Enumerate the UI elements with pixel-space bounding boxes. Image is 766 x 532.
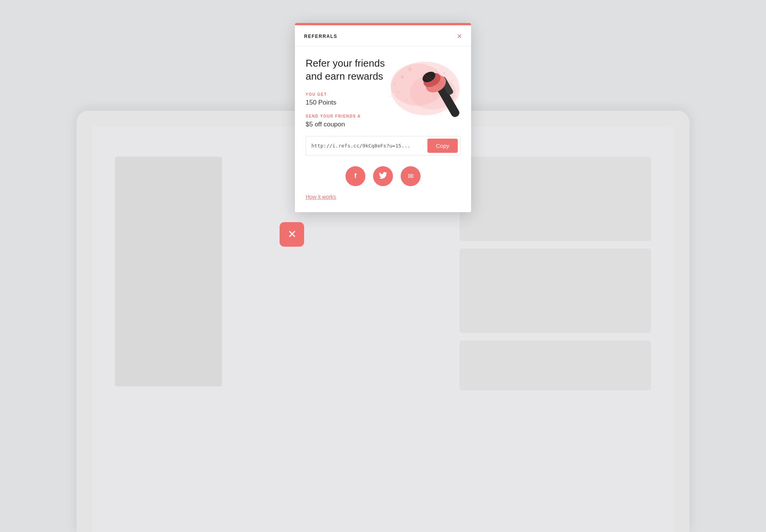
modal-body: Refer your friends and earn rewards YOU …: [295, 46, 471, 212]
twitter-icon: [379, 172, 387, 180]
svg-point-9: [405, 99, 407, 101]
close-button[interactable]: ×: [457, 32, 462, 41]
svg-point-6: [397, 91, 399, 93]
twitter-share-button[interactable]: [373, 166, 393, 186]
referral-url: http://i.refs.cc/9kCq8eFs?u=15...: [311, 143, 424, 149]
svg-point-7: [443, 72, 445, 74]
svg-point-10: [390, 95, 391, 97]
referrals-modal: REFERRALS ×: [295, 23, 471, 212]
copy-button[interactable]: Copy: [427, 139, 458, 153]
facebook-icon: f: [354, 172, 357, 180]
email-share-button[interactable]: ✉: [401, 166, 421, 186]
facebook-share-button[interactable]: f: [345, 166, 365, 186]
referral-link-box: http://i.refs.cc/9kCq8eFs?u=15... Copy: [306, 136, 460, 156]
modal-title: REFERRALS: [304, 34, 337, 39]
svg-point-3: [401, 75, 404, 79]
social-share-row: f ✉: [306, 166, 460, 186]
svg-point-8: [451, 80, 453, 82]
how-it-works-link[interactable]: How it works: [306, 194, 336, 200]
bottom-close-button[interactable]: ✕: [280, 222, 304, 247]
svg-point-4: [393, 83, 396, 86]
modal-header: REFERRALS ×: [295, 25, 471, 46]
bottom-close-icon: ✕: [288, 228, 296, 241]
modal-overlay: REFERRALS ×: [0, 0, 766, 532]
modal-wrapper: REFERRALS ×: [295, 23, 471, 212]
brush-illustration: [383, 54, 471, 127]
svg-point-5: [408, 67, 412, 71]
email-icon: ✉: [408, 172, 414, 180]
close-icon: ×: [457, 32, 462, 41]
